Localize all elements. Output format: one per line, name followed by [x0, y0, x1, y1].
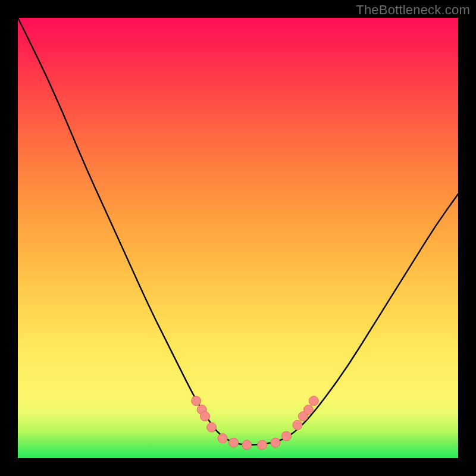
curve-marker [207, 422, 217, 432]
watermark-text: TheBottleneck.com [356, 2, 470, 18]
chart-frame: TheBottleneck.com [0, 0, 476, 476]
curve-marker [201, 412, 210, 421]
chart-svg [18, 18, 458, 458]
bottleneck-curve [18, 18, 458, 445]
curve-marker [258, 440, 267, 450]
curve-marker [242, 440, 252, 450]
curve-marker [281, 431, 291, 441]
curve-markers [192, 396, 319, 450]
curve-marker [192, 396, 201, 406]
curve-marker [271, 438, 280, 447]
curve-marker [229, 438, 239, 447]
plot-area [18, 18, 458, 458]
curve-marker [293, 421, 302, 430]
curve-marker [309, 396, 318, 406]
curve-marker [303, 405, 313, 415]
curve-marker [218, 434, 227, 443]
